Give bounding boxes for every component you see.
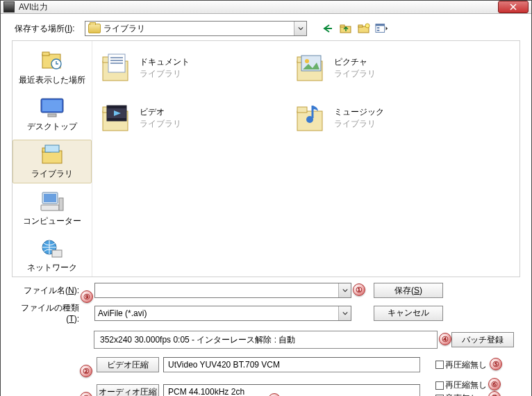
desktop-icon [38,96,66,119]
svg-point-41 [306,116,313,123]
chevron-down-icon[interactable] [294,22,306,35]
recompress-audio-checkbox[interactable]: 再圧縮無し⑥ [435,379,487,391]
location-value: ライブラリ [103,23,294,35]
svg-rect-21 [59,198,63,211]
save-button[interactable]: 保存(S) [374,283,443,298]
close-button[interactable] [498,1,529,13]
annotation-3: ③ [80,392,92,396]
sidebar-item-network[interactable]: ネットワーク [13,234,92,277]
info-box: 352x240 30.000fps 0:05 - インターレース解除 : 自動 [94,331,438,349]
audio-codec-value: PCM 44.100kHz 2ch ⑧ [163,384,420,396]
network-icon [38,237,66,261]
filetype-combo[interactable]: AviFile (*.avi) [94,306,351,321]
annotation-2: ② [80,365,92,377]
cancel-button[interactable]: キャンセル [374,306,443,321]
annotation-7: ⑦ [488,391,501,396]
svg-rect-38 [107,118,126,121]
video-codec-button[interactable]: ビデオ圧縮 [97,357,159,372]
video-codec-value: UtVideo YUV420 BT.709 VCM [163,357,420,372]
back-icon[interactable] [321,22,335,35]
svg-rect-17 [45,145,59,152]
up-folder-icon[interactable] [339,22,353,35]
sidebar-item-desktop[interactable]: デスクトップ [13,93,92,135]
recompress-video-checkbox[interactable]: 再圧縮無し [435,359,487,371]
annotation-6: ⑥ [488,378,501,390]
recent-icon [38,49,66,73]
file-item-music[interactable]: ミュージックライブラリ [294,99,460,137]
computer-icon [38,190,66,214]
svg-rect-28 [110,60,123,61]
filename-input[interactable] [94,283,351,298]
svg-rect-1 [340,25,344,27]
location-label: 保存する場所(I): [12,23,85,35]
documents-icon [99,51,133,85]
file-item-documents[interactable]: ドキュメントライブラリ [99,49,266,87]
sidebar-item-libraries[interactable]: ライブラリ [13,140,92,183]
music-icon [294,101,327,135]
folder-icon [88,24,101,33]
chevron-down-icon[interactable] [338,306,351,320]
annotation-4: ④ [439,333,451,345]
view-menu-icon[interactable] [375,22,389,35]
svg-rect-19 [44,194,56,202]
svg-rect-23 [52,250,62,257]
window-title: AVI出力 [19,1,498,13]
places-sidebar: 最近表示した場所 デスクトップ ライブラリ コンピューター ネットワーク [13,41,92,277]
libraries-icon [38,143,66,167]
svg-rect-40 [297,107,307,113]
chevron-down-icon[interactable] [338,283,351,297]
svg-rect-29 [110,63,123,64]
annotation-8: ⑧ [268,393,281,396]
svg-rect-37 [107,106,126,108]
svg-rect-6 [376,24,385,26]
no-audio-checkbox[interactable]: 音声無し⑦ [435,393,487,396]
svg-rect-13 [42,100,62,111]
svg-rect-8 [377,30,380,31]
svg-rect-3 [358,25,363,27]
videos-icon [99,101,133,135]
location-combo[interactable]: ライブラリ [85,21,307,36]
annotation-1: ① [353,283,365,296]
new-folder-icon[interactable] [357,22,371,35]
filetype-label: ファイルの種類(T): [12,302,85,324]
batch-button[interactable]: バッチ登録 [451,332,514,347]
svg-point-33 [305,59,309,63]
svg-rect-27 [110,57,123,58]
svg-rect-10 [42,52,49,56]
svg-rect-20 [41,205,59,211]
svg-point-4 [365,24,369,28]
file-pane[interactable]: ドキュメントライブラリ ピクチャライブラリ ビデオライブラリ ミュージックライブ… [92,41,519,277]
app-icon [3,1,15,13]
audio-codec-button[interactable]: オーディオ圧縮 [97,384,159,396]
annotation-5: ⑤ [490,358,502,370]
sidebar-item-recent[interactable]: 最近表示した場所 [13,47,92,89]
pictures-icon [294,51,327,85]
svg-rect-14 [48,114,56,117]
titlebar: AVI出力 [1,1,531,14]
filename-label: ファイル名(N): [12,285,85,297]
svg-rect-15 [42,151,62,163]
sidebar-item-computer[interactable]: コンピューター [13,188,92,230]
svg-rect-7 [377,27,380,28]
file-item-pictures[interactable]: ピクチャライブラリ [294,49,460,87]
file-item-videos[interactable]: ビデオライブラリ [99,99,266,137]
